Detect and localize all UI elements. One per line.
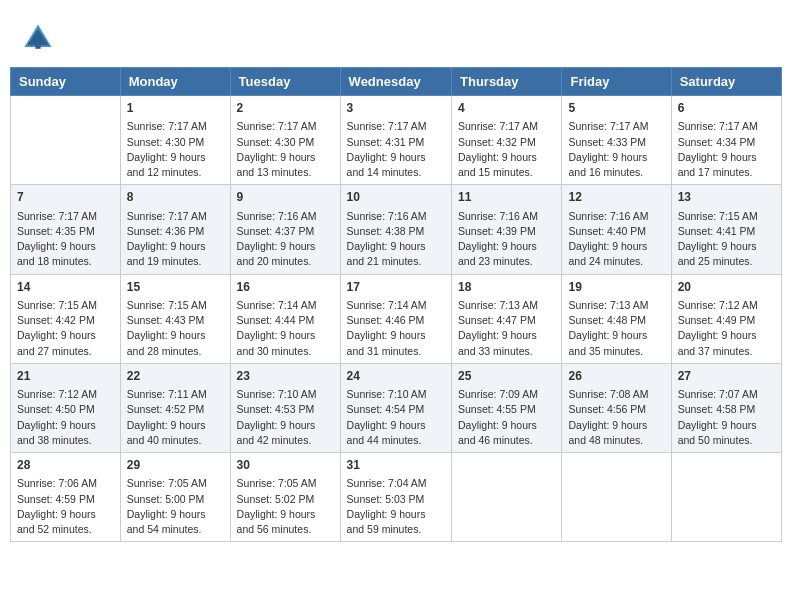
calendar-cell: 19Sunrise: 7:13 AMSunset: 4:48 PMDayligh… — [562, 274, 671, 363]
calendar-cell: 12Sunrise: 7:16 AMSunset: 4:40 PMDayligh… — [562, 185, 671, 274]
day-number: 8 — [127, 189, 224, 206]
calendar-cell: 6Sunrise: 7:17 AMSunset: 4:34 PMDaylight… — [671, 96, 781, 185]
calendar-cell: 28Sunrise: 7:06 AMSunset: 4:59 PMDayligh… — [11, 453, 121, 542]
day-number: 13 — [678, 189, 775, 206]
calendar-cell: 10Sunrise: 7:16 AMSunset: 4:38 PMDayligh… — [340, 185, 451, 274]
calendar-cell: 9Sunrise: 7:16 AMSunset: 4:37 PMDaylight… — [230, 185, 340, 274]
calendar-cell: 8Sunrise: 7:17 AMSunset: 4:36 PMDaylight… — [120, 185, 230, 274]
day-number: 15 — [127, 279, 224, 296]
calendar-cell: 2Sunrise: 7:17 AMSunset: 4:30 PMDaylight… — [230, 96, 340, 185]
calendar-cell: 14Sunrise: 7:15 AMSunset: 4:42 PMDayligh… — [11, 274, 121, 363]
weekday-header-tuesday: Tuesday — [230, 68, 340, 96]
calendar-cell: 7Sunrise: 7:17 AMSunset: 4:35 PMDaylight… — [11, 185, 121, 274]
day-number: 27 — [678, 368, 775, 385]
calendar-cell: 5Sunrise: 7:17 AMSunset: 4:33 PMDaylight… — [562, 96, 671, 185]
calendar-cell: 18Sunrise: 7:13 AMSunset: 4:47 PMDayligh… — [452, 274, 562, 363]
day-number: 5 — [568, 100, 664, 117]
calendar-cell: 24Sunrise: 7:10 AMSunset: 4:54 PMDayligh… — [340, 363, 451, 452]
calendar-cell: 26Sunrise: 7:08 AMSunset: 4:56 PMDayligh… — [562, 363, 671, 452]
day-number: 16 — [237, 279, 334, 296]
weekday-header-monday: Monday — [120, 68, 230, 96]
calendar-cell — [452, 453, 562, 542]
calendar-week-row: 7Sunrise: 7:17 AMSunset: 4:35 PMDaylight… — [11, 185, 782, 274]
day-number: 12 — [568, 189, 664, 206]
calendar-cell: 25Sunrise: 7:09 AMSunset: 4:55 PMDayligh… — [452, 363, 562, 452]
day-number: 11 — [458, 189, 555, 206]
calendar-table: SundayMondayTuesdayWednesdayThursdayFrid… — [10, 67, 782, 542]
day-number: 22 — [127, 368, 224, 385]
day-number: 24 — [347, 368, 445, 385]
logo-icon — [20, 20, 56, 56]
calendar-cell: 23Sunrise: 7:10 AMSunset: 4:53 PMDayligh… — [230, 363, 340, 452]
weekday-header-friday: Friday — [562, 68, 671, 96]
calendar-cell: 3Sunrise: 7:17 AMSunset: 4:31 PMDaylight… — [340, 96, 451, 185]
calendar-cell: 11Sunrise: 7:16 AMSunset: 4:39 PMDayligh… — [452, 185, 562, 274]
weekday-header-thursday: Thursday — [452, 68, 562, 96]
weekday-header-sunday: Sunday — [11, 68, 121, 96]
weekday-header-saturday: Saturday — [671, 68, 781, 96]
day-number: 18 — [458, 279, 555, 296]
page-header — [10, 10, 782, 61]
day-number: 3 — [347, 100, 445, 117]
calendar-cell: 13Sunrise: 7:15 AMSunset: 4:41 PMDayligh… — [671, 185, 781, 274]
day-number: 19 — [568, 279, 664, 296]
calendar-week-row: 21Sunrise: 7:12 AMSunset: 4:50 PMDayligh… — [11, 363, 782, 452]
day-number: 21 — [17, 368, 114, 385]
day-number: 20 — [678, 279, 775, 296]
calendar-cell: 27Sunrise: 7:07 AMSunset: 4:58 PMDayligh… — [671, 363, 781, 452]
calendar-cell: 20Sunrise: 7:12 AMSunset: 4:49 PMDayligh… — [671, 274, 781, 363]
calendar-cell: 17Sunrise: 7:14 AMSunset: 4:46 PMDayligh… — [340, 274, 451, 363]
calendar-cell — [671, 453, 781, 542]
day-number: 6 — [678, 100, 775, 117]
day-number: 9 — [237, 189, 334, 206]
calendar-header-row: SundayMondayTuesdayWednesdayThursdayFrid… — [11, 68, 782, 96]
calendar-cell: 15Sunrise: 7:15 AMSunset: 4:43 PMDayligh… — [120, 274, 230, 363]
calendar-week-row: 28Sunrise: 7:06 AMSunset: 4:59 PMDayligh… — [11, 453, 782, 542]
logo — [20, 20, 60, 56]
calendar-cell: 22Sunrise: 7:11 AMSunset: 4:52 PMDayligh… — [120, 363, 230, 452]
day-number: 17 — [347, 279, 445, 296]
calendar-cell: 30Sunrise: 7:05 AMSunset: 5:02 PMDayligh… — [230, 453, 340, 542]
calendar-cell: 16Sunrise: 7:14 AMSunset: 4:44 PMDayligh… — [230, 274, 340, 363]
day-number: 23 — [237, 368, 334, 385]
calendar-cell: 4Sunrise: 7:17 AMSunset: 4:32 PMDaylight… — [452, 96, 562, 185]
svg-rect-2 — [35, 45, 40, 49]
day-number: 28 — [17, 457, 114, 474]
calendar-week-row: 1Sunrise: 7:17 AMSunset: 4:30 PMDaylight… — [11, 96, 782, 185]
day-number: 4 — [458, 100, 555, 117]
day-number: 14 — [17, 279, 114, 296]
day-number: 1 — [127, 100, 224, 117]
calendar-cell — [562, 453, 671, 542]
calendar-cell: 1Sunrise: 7:17 AMSunset: 4:30 PMDaylight… — [120, 96, 230, 185]
day-number: 26 — [568, 368, 664, 385]
calendar-cell: 21Sunrise: 7:12 AMSunset: 4:50 PMDayligh… — [11, 363, 121, 452]
calendar-cell: 31Sunrise: 7:04 AMSunset: 5:03 PMDayligh… — [340, 453, 451, 542]
day-number: 30 — [237, 457, 334, 474]
calendar-cell — [11, 96, 121, 185]
day-number: 29 — [127, 457, 224, 474]
day-number: 10 — [347, 189, 445, 206]
day-number: 31 — [347, 457, 445, 474]
weekday-header-wednesday: Wednesday — [340, 68, 451, 96]
day-number: 2 — [237, 100, 334, 117]
calendar-cell: 29Sunrise: 7:05 AMSunset: 5:00 PMDayligh… — [120, 453, 230, 542]
day-number: 7 — [17, 189, 114, 206]
calendar-week-row: 14Sunrise: 7:15 AMSunset: 4:42 PMDayligh… — [11, 274, 782, 363]
day-number: 25 — [458, 368, 555, 385]
